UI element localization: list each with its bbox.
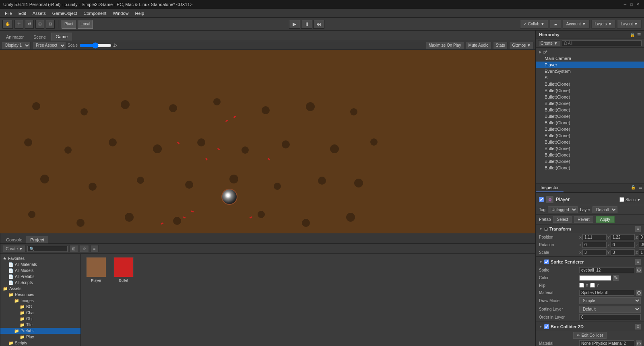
tree-item[interactable]: 📄 All Prefabs	[0, 274, 80, 280]
tab-inspector[interactable]: Inspector	[536, 183, 564, 192]
sprite-picker-button[interactable]: ⊙	[636, 267, 642, 273]
scale-slider[interactable]	[79, 43, 111, 48]
project-icon-btn1[interactable]: ⊞	[69, 245, 78, 252]
tree-item[interactable]: 📁 Play	[0, 334, 80, 340]
material-picker-button[interactable]: ⊙	[636, 290, 642, 296]
menu-item-component[interactable]: Component	[80, 10, 109, 16]
hierarchy-item[interactable]: Bullet(Clone)	[536, 165, 644, 171]
tab-scene[interactable]: Scene	[29, 33, 50, 41]
hierarchy-item[interactable]: Bullet(Clone)	[536, 100, 644, 107]
rot-y-input[interactable]	[611, 242, 635, 248]
hierarchy-item[interactable]: Bullet(Clone)	[536, 145, 644, 152]
tree-item[interactable]: 📁 BG	[0, 304, 80, 310]
hierarchy-item[interactable]: Bullet(Clone)	[536, 132, 644, 139]
close-button[interactable]: ✕	[635, 2, 641, 7]
hierarchy-item[interactable]: Player	[536, 62, 644, 68]
tree-item[interactable]: 📁 Scripts	[0, 340, 80, 346]
object-active-checkbox[interactable]	[539, 197, 544, 202]
select-button[interactable]: Select	[553, 216, 572, 223]
sc-y-input[interactable]	[611, 249, 635, 255]
rotate-tool-button[interactable]: ↺	[25, 20, 34, 29]
sprite-input[interactable]	[579, 267, 634, 273]
order-input[interactable]	[579, 314, 641, 320]
tab-project[interactable]: Project	[26, 236, 48, 243]
tree-item[interactable]: 📁 Cha	[0, 310, 80, 316]
pause-button[interactable]: ⏸	[301, 20, 312, 29]
revert-button[interactable]: Revert	[574, 216, 593, 223]
tab-console[interactable]: Console	[2, 236, 26, 243]
hierarchy-item[interactable]: S	[536, 74, 644, 81]
sc-x-input[interactable]	[582, 249, 607, 255]
hierarchy-item[interactable]: EventSystem	[536, 68, 644, 74]
stats-button[interactable]: Stats	[493, 42, 508, 49]
flip-y-checkbox[interactable]	[590, 283, 595, 288]
play-button[interactable]: ▶	[289, 20, 300, 29]
maximize-button[interactable]: □	[629, 2, 634, 7]
static-checkbox[interactable]	[619, 197, 624, 202]
sorting-layer-select[interactable]: Default	[579, 306, 641, 313]
box-collider-header[interactable]: ▼ Box Collider 2D ⚙	[536, 322, 644, 331]
color-picker-button[interactable]: ✎	[613, 275, 619, 281]
aspect-select[interactable]: Free Aspect	[32, 42, 66, 49]
project-icon-btn2[interactable]: ☆	[80, 245, 89, 252]
gizmos-button[interactable]: Gizmos ▼	[509, 42, 534, 49]
bc-material-picker[interactable]: ⊙	[636, 340, 642, 346]
bc-settings-icon[interactable]: ⚙	[635, 324, 641, 330]
mute-audio-button[interactable]: Mute Audio	[466, 42, 491, 49]
collab-button[interactable]: ✓ Collab ▼	[520, 20, 548, 29]
hierarchy-item[interactable]: Bullet(Clone)	[536, 87, 644, 94]
sprite-settings-icon[interactable]: ⚙	[635, 259, 641, 265]
hand-tool-button[interactable]: ✋	[2, 20, 13, 29]
hierarchy-item[interactable]: Bullet(Clone)	[536, 139, 644, 145]
menu-item-window[interactable]: Window	[109, 10, 132, 16]
bc-active-checkbox[interactable]	[544, 324, 549, 329]
material-input[interactable]	[579, 290, 634, 296]
menu-item-edit[interactable]: Edit	[15, 10, 29, 16]
hierarchy-item[interactable]: Bullet(Clone)	[536, 126, 644, 132]
tree-item[interactable]: 📁 Tile	[0, 322, 80, 328]
menu-item-gameobject[interactable]: GameObject	[49, 10, 80, 16]
hierarchy-item[interactable]: Bullet(Clone)	[536, 107, 644, 113]
edit-collider-button[interactable]: ✏ Edit Collider	[573, 332, 607, 339]
move-tool-button[interactable]: ✛	[14, 20, 23, 29]
rot-x-input[interactable]	[582, 242, 607, 248]
hierarchy-item[interactable]: ▶ p*	[536, 49, 644, 55]
menu-item-file[interactable]: File	[2, 10, 15, 16]
layers-button[interactable]: Layers ▼	[591, 20, 616, 29]
menu-item-help[interactable]: Help	[132, 10, 147, 16]
tree-item[interactable]: 📁 Prefubs	[0, 328, 80, 334]
asset-item[interactable]: Player	[84, 257, 108, 282]
draw-mode-select[interactable]: Simple	[579, 297, 641, 304]
hierarchy-search-input[interactable]	[562, 40, 642, 46]
tree-item[interactable]: 📄 All Models	[0, 268, 80, 274]
rot-z-input[interactable]	[639, 242, 644, 248]
sprite-renderer-header[interactable]: ▼ Sprite Renderer ⚙	[536, 257, 644, 266]
display-select[interactable]: Display 1	[2, 42, 31, 49]
step-button[interactable]: ⏭	[313, 20, 324, 29]
hierarchy-item[interactable]: Bullet(Clone)	[536, 113, 644, 119]
tree-item[interactable]: 📁 Images	[0, 298, 80, 304]
pos-y-input[interactable]	[611, 234, 635, 240]
tree-item[interactable]: 📁 Assets	[0, 286, 80, 292]
menu-item-assets[interactable]: Assets	[29, 10, 49, 16]
sc-z-input[interactable]	[639, 249, 644, 255]
transform-settings-icon[interactable]: ⚙	[635, 226, 641, 232]
tab-game[interactable]: Game	[51, 33, 72, 41]
tree-item[interactable]: 📁 Resources	[0, 292, 80, 298]
hierarchy-item[interactable]: Bullet(Clone)	[536, 81, 644, 87]
hierarchy-item[interactable]: Bullet(Clone)	[536, 94, 644, 100]
flip-x-checkbox[interactable]	[579, 283, 584, 288]
maximize-on-play-button[interactable]: Maximize On Play	[426, 42, 464, 49]
minimize-button[interactable]: ─	[622, 2, 628, 7]
tree-item[interactable]: 📄 All Scripts	[0, 280, 80, 286]
rect-tool-button[interactable]: ⊡	[46, 20, 55, 29]
asset-item[interactable]: Bullet	[111, 257, 136, 282]
hierarchy-item[interactable]: Main Camera	[536, 55, 644, 62]
pos-z-input[interactable]	[639, 234, 644, 240]
project-search-input[interactable]	[27, 246, 68, 252]
hierarchy-item[interactable]: Bullet(Clone)	[536, 152, 644, 158]
layout-button[interactable]: Layout ▼	[617, 20, 642, 29]
hierarchy-create-button[interactable]: Create ▼	[538, 40, 560, 46]
hierarchy-item[interactable]: Bullet(Clone)	[536, 119, 644, 126]
pivot-button[interactable]: Pivot	[62, 20, 76, 29]
